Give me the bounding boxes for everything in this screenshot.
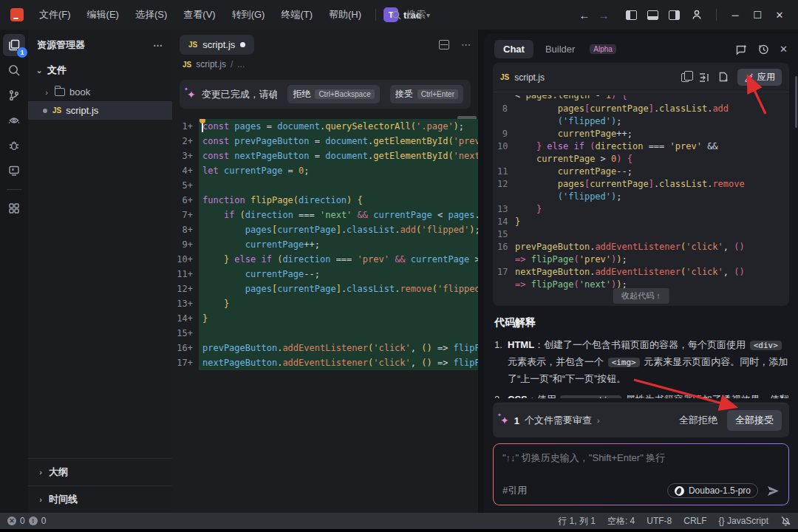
code-token: =>	[432, 343, 454, 353]
editor-code-line[interactable]: 4+let currentPage = 0;	[172, 163, 478, 178]
explanation-text: CSS：使用 perspective 属性为书籍容器添加了透视效果，使翻页	[508, 392, 789, 398]
editor-code-line[interactable]: 10+ } else if (direction === 'prev' && c…	[172, 252, 478, 267]
menu-edit[interactable]: 编辑(E)	[81, 5, 126, 24]
search-activity-button[interactable]	[3, 59, 25, 81]
forward-button[interactable]: →	[594, 9, 613, 21]
editor-code-line[interactable]: 12+ pages[currentPage].classList.remove(…	[172, 282, 478, 296]
line-content: currentPage++;	[199, 237, 478, 252]
files-section-header[interactable]: ⌄ 文件	[28, 58, 172, 83]
code-token	[515, 204, 536, 214]
test-activity-button[interactable]	[3, 160, 25, 182]
send-icon[interactable]	[767, 485, 780, 497]
global-search-box[interactable]: 搜索	[392, 0, 426, 30]
code-token: currentPage	[224, 166, 288, 176]
reject-changes-button[interactable]: 拒绝 Ctrl+Backspace	[287, 85, 379, 103]
folder-name: book	[69, 86, 90, 98]
close-panel-icon[interactable]: ✕	[780, 44, 788, 55]
editor-code-line[interactable]: 13+ }	[172, 296, 478, 311]
source-control-activity-button[interactable]	[3, 84, 25, 106]
editor-code-line[interactable]: 8+ pages[currentPage].classList.add('fli…	[172, 222, 478, 237]
new-chat-icon[interactable]	[735, 44, 747, 55]
editor-code-line[interactable]: 6+function flipPage(direction) {	[172, 193, 478, 208]
menu-goto[interactable]: 转到(G)	[225, 5, 272, 24]
problems-indicator[interactable]: ✕ 0 ! 0	[7, 516, 46, 526]
new-file-icon[interactable]	[718, 72, 729, 83]
menu-selection[interactable]: 选择(S)	[129, 5, 174, 24]
editor-code-line[interactable]: 3+const nextPageButton = document.getEle…	[172, 149, 478, 163]
file-item-scriptjs[interactable]: JS script.js	[28, 101, 172, 120]
toggle-bottom-panel-icon[interactable]	[647, 10, 658, 20]
editor-code-line[interactable]: 1+const pages = document.querySelectorAl…	[172, 119, 478, 134]
accept-all-button[interactable]: 全部接受	[727, 410, 782, 431]
accept-changes-button[interactable]: 接受 Ctrl+Enter	[390, 85, 463, 103]
editor-code-line[interactable]: 16+prevPageButton.addEventListener('clic…	[172, 341, 478, 355]
history-icon[interactable]	[757, 44, 769, 55]
toggle-left-panel-icon[interactable]	[626, 10, 637, 20]
line-content: }	[515, 216, 520, 228]
review-bar: ✦ 1 个文件需要审查 › 全部拒绝 全部接受	[493, 403, 789, 437]
apply-code-button[interactable]: 应用	[737, 69, 782, 86]
chat-scrollbar-thumb[interactable]	[795, 76, 797, 128]
editor-code-line[interactable]: 2+const prevPageButton = document.getEle…	[172, 134, 478, 149]
line-number: 11	[497, 166, 515, 178]
line-content: currentPage--;	[515, 166, 632, 178]
unsaved-dot-icon[interactable]	[240, 42, 245, 47]
line-number: 17	[497, 266, 515, 279]
explorer-activity-button[interactable]: 1	[3, 34, 25, 56]
chat-input-box[interactable]: "↑↓" 切换历史输入，"Shift+Enter" 换行 #引用 Doubao-…	[493, 443, 789, 505]
editor-code-line[interactable]: 15+	[172, 326, 478, 341]
tab-chat[interactable]: Chat	[494, 40, 533, 58]
code-token: -	[595, 95, 605, 100]
menu-file[interactable]: 文件(F)	[33, 5, 78, 24]
split-editor-icon[interactable]	[439, 40, 449, 50]
collapse-code-button[interactable]: 收起代码 ↑	[613, 288, 669, 304]
account-icon[interactable]	[691, 9, 703, 21]
minimize-button[interactable]: ─	[724, 7, 746, 24]
code-token: <	[515, 95, 525, 100]
code-token: ]	[649, 179, 654, 189]
chevron-right-icon[interactable]: ›	[597, 416, 600, 425]
outline-section-header[interactable]: › 大纲	[28, 458, 172, 485]
more-actions-icon[interactable]: ⋯	[153, 40, 163, 51]
toggle-right-panel-icon[interactable]	[669, 10, 680, 20]
close-button[interactable]: ✕	[768, 7, 791, 24]
reject-all-button[interactable]: 全部拒绝	[675, 411, 722, 430]
code-token: pages	[245, 284, 272, 294]
cursor-position[interactable]: 行 1, 列 1	[558, 515, 596, 528]
code-editor[interactable]: 1+const pages = document.querySelectorAl…	[172, 116, 478, 513]
menu-terminal[interactable]: 终端(T)	[274, 5, 319, 24]
notifications-muted-icon[interactable]	[780, 516, 791, 526]
indentation[interactable]: 空格: 4	[607, 515, 635, 528]
language-mode[interactable]: {} JavaScript	[719, 516, 768, 526]
editor-code-line[interactable]: 17+nextPageButton.addEventListener('clic…	[172, 355, 478, 370]
editor-code-line[interactable]: 14+}	[172, 311, 478, 326]
folder-item-book[interactable]: › book	[28, 83, 172, 101]
editor-code-line[interactable]: 11+ currentPage--;	[172, 267, 478, 282]
editor-code-line[interactable]: 7+ if (direction === 'next' && currentPa…	[172, 208, 478, 222]
eol-sequence[interactable]: CRLF	[683, 516, 706, 526]
copy-code-icon[interactable]	[681, 73, 689, 82]
extensions-activity-button[interactable]	[3, 197, 25, 219]
timeline-section-header[interactable]: › 时间线	[28, 485, 172, 513]
more-actions-icon[interactable]: ⋯	[461, 39, 471, 50]
tab-builder[interactable]: Builder	[536, 40, 584, 58]
menu-view[interactable]: 查看(V)	[177, 5, 222, 24]
line-content: } else if (direction === 'prev' && curre…	[199, 252, 478, 267]
bug-icon	[7, 139, 21, 152]
encoding[interactable]: UTF-8	[647, 516, 672, 526]
code-block-content[interactable]: < pages.length - 1) {8 pages[currentPage…	[493, 92, 789, 306]
debug-activity-button[interactable]	[3, 134, 25, 157]
model-selector[interactable]: Doubao-1.5-pro	[667, 483, 758, 498]
editor-code-line[interactable]: 9+ currentPage++;	[172, 237, 478, 252]
preview-activity-button[interactable]	[3, 109, 25, 132]
menu-help[interactable]: 帮助(H)	[322, 5, 368, 24]
back-button[interactable]: ←	[575, 9, 594, 21]
insert-code-icon[interactable]	[698, 72, 709, 83]
editor-code-line[interactable]: 5+	[172, 178, 478, 193]
tab-scriptjs[interactable]: JS script.js	[180, 35, 254, 55]
braces-icon: {}	[719, 516, 725, 526]
breadcrumb[interactable]: JS script.js / ...	[172, 58, 478, 74]
reference-button[interactable]: #引用	[502, 484, 527, 497]
maximize-button[interactable]: ☐	[746, 7, 768, 24]
code-token: remove	[712, 179, 744, 189]
